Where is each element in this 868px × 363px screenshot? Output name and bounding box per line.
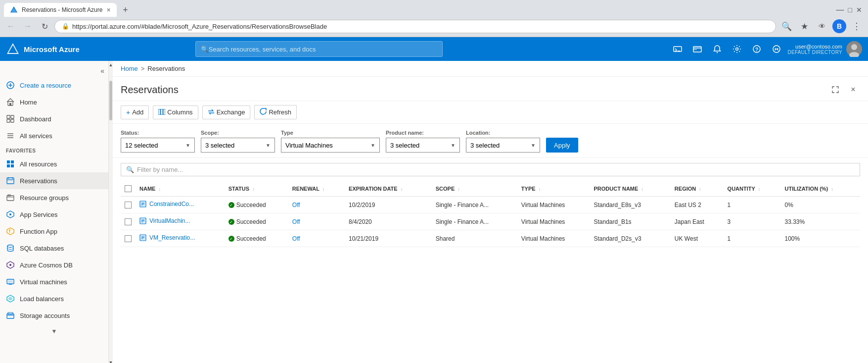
scroll-thumb[interactable] xyxy=(109,81,112,120)
refresh-button[interactable]: Refresh xyxy=(254,105,297,119)
notification-icon[interactable] xyxy=(708,40,726,58)
sidebar-item-reservations[interactable]: Reservations xyxy=(0,172,108,189)
directory-icon[interactable] xyxy=(688,40,706,58)
col-expiration-sort[interactable]: ↕ xyxy=(401,187,403,192)
create-resource-icon xyxy=(6,81,15,90)
add-icon: + xyxy=(126,108,130,116)
type-select[interactable]: Virtual Machines ▼ xyxy=(281,138,380,153)
user-avatar[interactable] xyxy=(846,41,862,57)
scroll-up-arrow[interactable]: ▲ xyxy=(109,61,113,69)
collapse-icon[interactable]: « xyxy=(100,67,104,75)
cloud-shell-icon[interactable] xyxy=(669,40,686,58)
feedback-icon[interactable] xyxy=(768,40,785,58)
row-checkbox-cell[interactable] xyxy=(121,213,136,230)
address-bar[interactable]: 🔒 https://portal.azure.com/#blade/Micros… xyxy=(54,20,776,33)
col-utilization-sort[interactable]: ↕ xyxy=(831,187,833,192)
sidebar-item-storage-accounts[interactable]: Storage accounts xyxy=(0,307,108,324)
search-browser-icon[interactable]: 🔍 xyxy=(779,19,794,34)
row-checkbox[interactable] xyxy=(125,235,132,242)
row-renewal[interactable]: Off xyxy=(288,213,345,230)
sidebar-item-app-services[interactable]: App Services xyxy=(0,206,108,223)
col-product-label: PRODUCT NAME xyxy=(594,186,639,192)
new-tab-button[interactable]: + xyxy=(119,3,133,17)
extension-icon[interactable]: 👁 xyxy=(815,19,829,34)
col-name-sort[interactable]: ↕ xyxy=(158,187,161,192)
settings-icon[interactable] xyxy=(728,40,746,58)
azure-tab-icon xyxy=(10,6,18,14)
sidebar-item-resource-groups[interactable]: Resource groups xyxy=(0,189,108,206)
browser-user-avatar[interactable]: B xyxy=(832,19,846,33)
sidebar-item-function-app[interactable]: f Function App xyxy=(0,223,108,240)
columns-button[interactable]: Columns xyxy=(153,105,198,119)
window-close-button[interactable]: ✕ xyxy=(856,6,862,14)
sidebar-item-all-resources[interactable]: All resources xyxy=(0,156,108,172)
col-renewal-sort[interactable]: ↕ xyxy=(322,187,325,192)
product-select[interactable]: 3 selected ▼ xyxy=(386,138,460,153)
sidebar-item-virtual-machines[interactable]: Virtual machines xyxy=(0,273,108,290)
col-scope-sort[interactable]: ↕ xyxy=(457,187,460,192)
expand-icon[interactable] xyxy=(828,83,842,97)
exchange-button[interactable]: Exchange xyxy=(202,105,251,119)
row-name[interactable]: VirtualMachin... xyxy=(136,213,225,230)
sidebar-item-sql-databases[interactable]: SQL databases xyxy=(0,240,108,257)
location-select[interactable]: 3 selected ▼ xyxy=(466,138,540,153)
apply-button[interactable]: Apply xyxy=(546,138,578,153)
back-button[interactable]: ← xyxy=(4,19,18,33)
row-renewal[interactable]: Off xyxy=(288,230,345,247)
sidebar-item-load-balancers[interactable]: Load balancers xyxy=(0,290,108,307)
browser-menu-icon[interactable]: ⋮ xyxy=(849,19,864,34)
bookmark-icon[interactable]: ★ xyxy=(797,19,812,34)
row-checkbox-cell[interactable] xyxy=(121,230,136,247)
azure-search-bar[interactable]: 🔍 xyxy=(195,41,443,57)
user-profile[interactable]: user@contoso.com DEFAULT DIRECTORY xyxy=(787,41,862,57)
scope-select[interactable]: 3 selected ▼ xyxy=(201,138,275,153)
breadcrumb-home[interactable]: Home xyxy=(121,65,138,72)
col-status-sort[interactable]: ↕ xyxy=(252,187,255,192)
select-all-header[interactable] xyxy=(121,181,136,197)
row-name[interactable]: ConstrainedCo... xyxy=(136,197,225,213)
close-pane-button[interactable]: × xyxy=(846,83,860,97)
sidebar-scrollbar[interactable]: ▲ ▼ xyxy=(109,61,113,363)
url-text: https://portal.azure.com/#blade/Microsof… xyxy=(72,23,769,30)
col-product-sort[interactable]: ↕ xyxy=(641,187,643,192)
product-label: Product name: xyxy=(386,130,460,136)
row-renewal[interactable]: Off xyxy=(288,197,345,213)
breadcrumb: Home > Reservations xyxy=(113,61,868,77)
storage-accounts-icon xyxy=(6,311,15,320)
minimize-button[interactable]: — xyxy=(836,5,844,14)
lock-icon: 🔒 xyxy=(62,23,69,30)
row-status: Succeeded xyxy=(225,230,288,247)
sidebar-item-cosmos-db[interactable]: Azure Cosmos DB xyxy=(0,257,108,273)
col-type-sort[interactable]: ↕ xyxy=(539,187,541,192)
row-checkbox[interactable] xyxy=(125,202,132,208)
maximize-button[interactable]: □ xyxy=(848,6,852,14)
row-checkbox-cell[interactable] xyxy=(121,197,136,213)
sidebar-item-home[interactable]: Home xyxy=(0,94,108,110)
status-select[interactable]: 12 selected ▼ xyxy=(121,138,195,153)
sidebar-item-all-services[interactable]: All services xyxy=(0,127,108,144)
row-checkbox[interactable] xyxy=(125,218,132,225)
help-icon[interactable]: ? xyxy=(748,40,766,58)
select-all-checkbox[interactable] xyxy=(125,185,132,192)
azure-logo[interactable]: Microsoft Azure xyxy=(6,42,80,56)
sidebar-item-dashboard[interactable]: Dashboard xyxy=(0,110,108,127)
reload-button[interactable]: ↻ xyxy=(38,19,51,33)
add-button[interactable]: + Add xyxy=(121,105,149,119)
sidebar-item-create-resource[interactable]: Create a resource xyxy=(0,77,108,94)
forward-button[interactable]: → xyxy=(21,19,35,33)
row-name[interactable]: VM_Reservatio... xyxy=(136,230,225,247)
search-input[interactable] xyxy=(209,46,437,53)
row-quantity: 1 xyxy=(724,197,781,213)
status-dropdown-arrow: ▼ xyxy=(185,143,190,148)
columns-icon xyxy=(158,108,165,116)
type-value: Virtual Machines xyxy=(285,142,368,149)
sidebar-scroll-down[interactable]: ▼ xyxy=(0,324,108,339)
svg-point-7 xyxy=(717,52,718,53)
browser-tab[interactable]: Reservations - Microsoft Azure × xyxy=(4,3,117,17)
tab-close-button[interactable]: × xyxy=(106,6,110,14)
scroll-down-arrow[interactable]: ▼ xyxy=(109,359,113,363)
col-quantity-sort[interactable]: ↕ xyxy=(758,187,761,192)
col-region-sort[interactable]: ↕ xyxy=(699,187,701,192)
name-filter-input[interactable] xyxy=(137,166,855,173)
sidebar-collapse-button[interactable]: « xyxy=(0,65,108,77)
